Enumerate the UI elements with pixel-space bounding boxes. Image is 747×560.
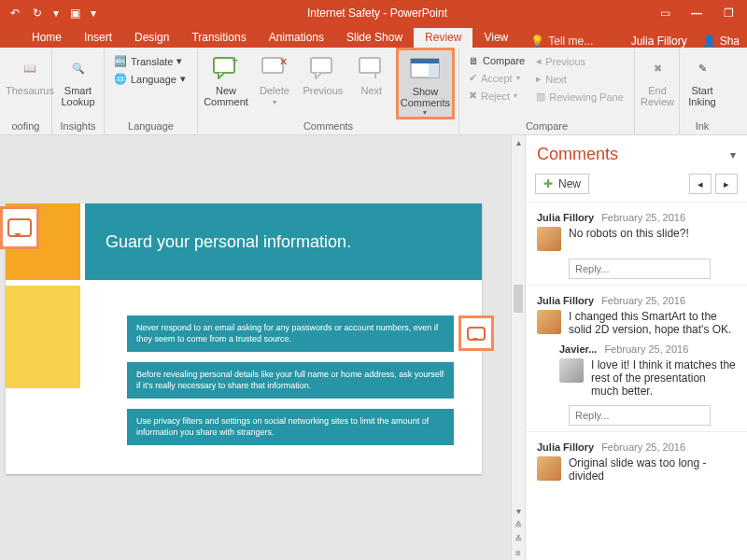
tab-home[interactable]: Home [21, 28, 73, 48]
language-button[interactable]: 🌐 Language ▾ [110, 71, 190, 87]
slide-accent-yellow [6, 286, 80, 388]
slide-bullet-3: Use privacy filters and settings on soci… [127, 409, 454, 445]
tab-review[interactable]: Review [414, 28, 472, 48]
svg-rect-8 [429, 63, 439, 77]
thesaurus-icon: 📖 [15, 53, 45, 83]
group-compare: 🗎Compare ✔Accept ▾ ✖Reject ▾ ◂Previous ▸… [459, 48, 635, 134]
accept-button[interactable]: ✔Accept ▾ [465, 70, 529, 86]
tab-design[interactable]: Design [123, 28, 180, 48]
reply-input[interactable] [569, 405, 711, 426]
next-comment-icon [357, 53, 387, 83]
comment-bubble-icon [7, 218, 32, 237]
lightbulb-icon: 💡 [530, 35, 544, 48]
svg-rect-7 [411, 59, 439, 63]
comment-date: February 25, 2016 [601, 441, 685, 453]
chevron-down-icon: ▾ [423, 108, 427, 117]
comment-thread[interactable]: Julia Fillory February 25, 2016 I change… [526, 286, 747, 432]
thesaurus-button[interactable]: 📖 Thesaurus [6, 49, 54, 96]
workspace: Guard your personal information. Never r… [0, 135, 747, 560]
share-button[interactable]: 👤 Sha [695, 35, 747, 48]
avatar [537, 456, 561, 481]
delete-comment-icon: ✕ [260, 53, 289, 83]
globe-icon: 🌐 [114, 73, 127, 85]
group-label-comments: Comments [204, 119, 453, 134]
slide-title-bar: Guard your personal information. [85, 203, 482, 280]
next-change-button[interactable]: ▸Next [532, 71, 627, 87]
person-icon: 👤 [702, 35, 716, 48]
compare-button[interactable]: 🗎Compare [465, 53, 529, 68]
smart-lookup-button[interactable]: 🔍 Smart Lookup [58, 49, 98, 107]
group-label-language: Language [110, 119, 191, 134]
scroll-thumb[interactable] [514, 285, 523, 313]
window-title: Internet Safety - PowerPoint [105, 7, 650, 20]
next-icon: ▸ [536, 73, 542, 85]
previous-change-button[interactable]: ◂Previous [532, 53, 627, 69]
new-comment-pane-button[interactable]: ✚ New [535, 174, 589, 194]
redo-icon[interactable]: ↻ [28, 4, 47, 22]
next-comment-nav-button[interactable]: ▸ [715, 174, 738, 194]
reply-input[interactable] [569, 259, 711, 279]
comment-marker-highlight[interactable] [0, 206, 39, 249]
minimize-icon[interactable]: — [682, 4, 712, 22]
prev-comment-nav-button[interactable]: ◂ [689, 174, 712, 194]
scroll-up-icon[interactable]: ▴ [512, 135, 525, 149]
tab-slideshow[interactable]: Slide Show [335, 28, 414, 48]
ribbon-tabs: Home Insert Design Transitions Animation… [0, 26, 747, 48]
delete-comment-button[interactable]: ✕ Delete ▾ [252, 49, 297, 106]
qat-dropdown2-icon[interactable]: ▾ [88, 4, 99, 22]
vertical-scrollbar[interactable]: ▴ ▾ ≙ ≚ ≡ [511, 135, 525, 560]
comment-thread[interactable]: Julia Fillory February 25, 2016 No robot… [526, 203, 747, 286]
group-label-compare: Compare [465, 119, 628, 134]
next-slide-icon[interactable]: ≚ [512, 532, 525, 546]
scroll-down-icon[interactable]: ▾ [512, 504, 525, 518]
comment-thread[interactable]: Julia Fillory February 25, 2016 Original… [526, 432, 747, 488]
ink-icon: ✎ [687, 53, 717, 83]
comment-reply: Javier... February 25, 2016 I love it! I… [559, 343, 736, 398]
undo-icon[interactable]: ↶ [6, 4, 24, 22]
smart-lookup-icon: 🔍 [63, 53, 93, 83]
end-review-icon: ✖ [642, 53, 672, 83]
compare-icon: 🗎 [469, 55, 479, 66]
group-insights: 🔍 Smart Lookup Insights [52, 48, 105, 134]
tell-me-search[interactable]: 💡 Tell me... [530, 35, 593, 48]
start-inking-button[interactable]: ✎ Start Inking [685, 49, 719, 107]
show-comments-button[interactable]: Show Comments ▾ [398, 49, 453, 118]
slide-nav-icon[interactable]: ≡ [512, 546, 525, 560]
group-language: 🔤 Translate ▾ 🌐 Language ▾ Language [105, 48, 198, 134]
new-comment-icon: ✚ [543, 177, 553, 190]
previous-slide-icon[interactable]: ≙ [512, 518, 525, 532]
reject-button[interactable]: ✖Reject ▾ [465, 88, 529, 104]
tab-transitions[interactable]: Transitions [180, 28, 257, 48]
signed-in-user[interactable]: Julia Fillory [624, 35, 695, 48]
accept-icon: ✔ [469, 72, 477, 84]
pane-menu-icon[interactable]: ▾ [730, 148, 736, 161]
group-ink: ✎ Start Inking Ink [680, 48, 725, 134]
comment-text: No robots on this slide?! [569, 227, 689, 251]
comment-marker-highlight-2[interactable] [458, 315, 494, 351]
avatar [559, 358, 584, 383]
new-comment-button[interactable]: + New Comment [204, 49, 248, 107]
tab-view[interactable]: View [472, 28, 519, 48]
quick-access-toolbar: ↶ ↻ ▾ ▣ ▾ [0, 4, 105, 22]
avatar [537, 227, 561, 251]
end-review-button[interactable]: ✖ End Review [641, 49, 674, 107]
start-from-beginning-icon[interactable]: ▣ [65, 4, 84, 22]
reviewing-pane-button[interactable]: ▥Reviewing Pane [532, 89, 627, 105]
slide-area[interactable]: Guard your personal information. Never r… [0, 135, 525, 560]
translate-button[interactable]: 🔤 Translate ▾ [110, 53, 190, 69]
show-comments-icon [410, 54, 440, 84]
comments-pane: Comments ▾ ✚ New ◂ ▸ Julia Fillory Febru… [525, 135, 747, 560]
restore-icon[interactable]: ❐ [713, 4, 743, 22]
tab-animations[interactable]: Animations [258, 28, 335, 48]
tab-insert[interactable]: Insert [73, 28, 123, 48]
next-comment-button[interactable]: Next [349, 49, 394, 96]
ribbon-display-options-icon[interactable]: ▭ [650, 4, 680, 22]
qat-dropdown-icon[interactable]: ▾ [50, 4, 62, 22]
new-comment-icon: + [211, 53, 241, 83]
slide[interactable]: Guard your personal information. Never r… [6, 203, 482, 474]
comment-text: I changed this SmartArt to the solid 2D … [569, 310, 736, 336]
previous-comment-button[interactable]: Previous [301, 49, 345, 96]
pane-icon: ▥ [536, 91, 545, 103]
group-label-insights: Insights [58, 119, 98, 134]
avatar [537, 310, 561, 334]
